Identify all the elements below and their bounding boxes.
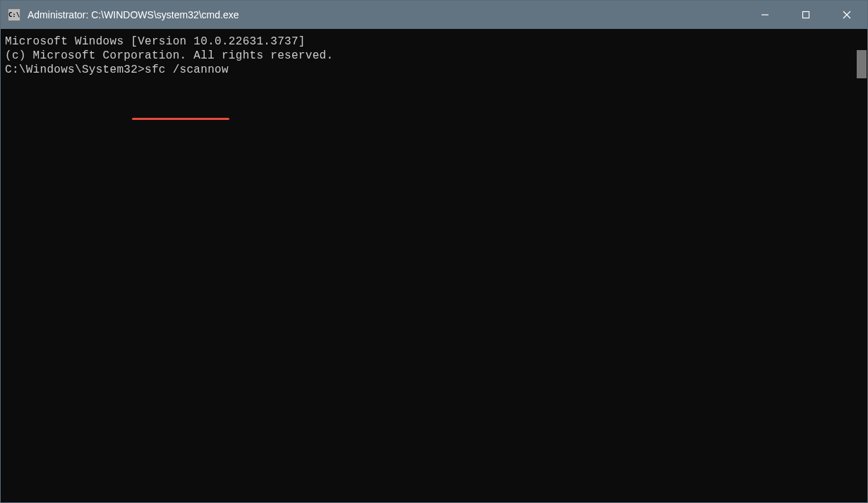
minimize-button[interactable] — [745, 1, 785, 29]
close-button[interactable] — [826, 1, 867, 29]
minimize-icon — [761, 11, 769, 19]
scrollbar-thumb[interactable] — [857, 50, 867, 78]
terminal-area[interactable]: Microsoft Windows [Version 10.0.22631.37… — [1, 29, 867, 502]
command-prompt-window: C:\ Administrator: C:\WINDOWS\system32\c… — [0, 0, 868, 503]
maximize-button[interactable] — [785, 1, 826, 29]
titlebar[interactable]: C:\ Administrator: C:\WINDOWS\system32\c… — [1, 1, 867, 29]
prompt-path: C:\Windows\System32> — [5, 63, 145, 76]
cmd-icon: C:\ — [8, 8, 20, 21]
annotation-underline — [132, 118, 229, 120]
maximize-icon — [802, 11, 810, 19]
window-controls — [745, 1, 867, 29]
svg-rect-1 — [803, 12, 809, 18]
close-icon — [843, 11, 851, 19]
scrollbar[interactable] — [855, 29, 867, 502]
prompt-line: C:\Windows\System32>sfc /scannow — [5, 63, 850, 77]
typed-command: sfc /scannow — [145, 63, 229, 76]
window-title: Administrator: C:\WINDOWS\system32\cmd.e… — [28, 9, 239, 20]
output-line: Microsoft Windows [Version 10.0.22631.37… — [5, 35, 850, 49]
terminal-output[interactable]: Microsoft Windows [Version 10.0.22631.37… — [1, 29, 855, 502]
output-line: (c) Microsoft Corporation. All rights re… — [5, 49, 850, 63]
